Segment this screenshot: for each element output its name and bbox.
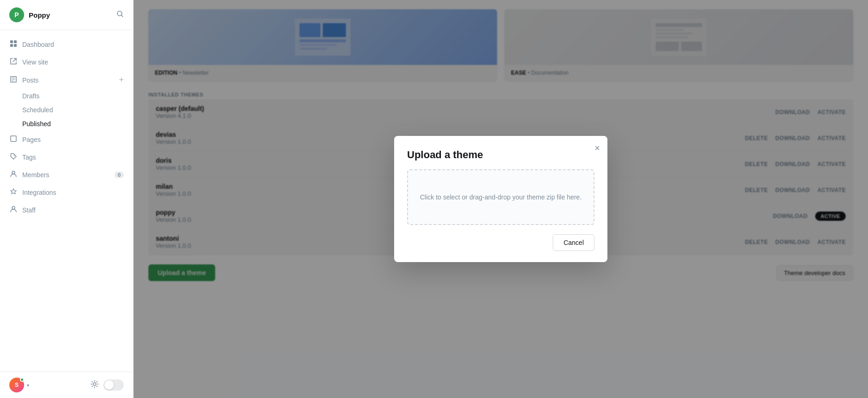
posts-label: Posts bbox=[22, 77, 114, 84]
upload-theme-modal: Upload a theme × Click to select or drag… bbox=[394, 136, 607, 262]
brand-avatar: P bbox=[9, 7, 24, 22]
night-mode-toggle[interactable] bbox=[103, 379, 124, 391]
sidebar-item-view-site[interactable]: View site bbox=[0, 53, 133, 71]
svg-line-1 bbox=[121, 15, 123, 17]
toggle-knob bbox=[104, 380, 114, 390]
svg-point-12 bbox=[12, 171, 15, 174]
sidebar-brand[interactable]: P Poppy bbox=[9, 7, 50, 22]
members-badge: 0 bbox=[115, 172, 124, 178]
modal-close-button[interactable]: × bbox=[594, 143, 600, 153]
dashboard-label: Dashboard bbox=[22, 41, 124, 48]
brand-name: Poppy bbox=[29, 11, 50, 19]
pages-icon bbox=[9, 135, 18, 144]
sidebar-item-posts[interactable]: Posts + bbox=[0, 71, 133, 89]
user-avatar-button[interactable]: S ▾ bbox=[9, 378, 29, 392]
integrations-label: Integrations bbox=[22, 189, 124, 196]
main-content: EDITION • Newsletter bbox=[134, 0, 868, 398]
sidebar-item-tags[interactable]: Tags bbox=[0, 148, 133, 166]
view-site-label: View site bbox=[22, 58, 124, 66]
notification-dot bbox=[20, 378, 24, 382]
svg-rect-2 bbox=[10, 40, 13, 43]
svg-point-11 bbox=[14, 155, 15, 156]
staff-label: Staff bbox=[22, 206, 124, 214]
modal-title: Upload a theme bbox=[407, 149, 594, 161]
posts-add-icon[interactable]: + bbox=[119, 75, 124, 85]
view-site-icon bbox=[9, 58, 18, 67]
file-drop-zone[interactable]: Click to select or drag-and-drop your th… bbox=[407, 169, 594, 225]
svg-point-14 bbox=[12, 206, 15, 209]
sidebar: P Poppy Dashboard View site bbox=[0, 0, 134, 398]
svg-rect-5 bbox=[14, 44, 17, 47]
svg-rect-4 bbox=[10, 44, 13, 47]
sidebar-bottom: S ▾ bbox=[0, 372, 133, 398]
sidebar-bottom-icons bbox=[90, 379, 124, 391]
cancel-button[interactable]: Cancel bbox=[553, 234, 594, 251]
search-button[interactable] bbox=[116, 10, 124, 19]
members-label: Members bbox=[22, 171, 110, 179]
settings-button[interactable] bbox=[90, 380, 99, 390]
sidebar-item-drafts[interactable]: Drafts bbox=[0, 89, 133, 103]
modal-actions: Cancel bbox=[407, 234, 594, 251]
user-avatar: S bbox=[9, 378, 24, 392]
modal-overlay: Upload a theme × Click to select or drag… bbox=[134, 0, 868, 398]
staff-icon bbox=[9, 205, 18, 215]
sidebar-item-published[interactable]: Published bbox=[0, 117, 133, 131]
tags-label: Tags bbox=[22, 154, 124, 161]
svg-rect-10 bbox=[11, 136, 16, 141]
sidebar-item-pages[interactable]: Pages bbox=[0, 131, 133, 148]
svg-marker-13 bbox=[11, 189, 16, 194]
pages-label: Pages bbox=[22, 136, 124, 143]
chevron-down-icon: ▾ bbox=[27, 383, 29, 388]
dashboard-icon bbox=[9, 40, 18, 49]
sidebar-top: P Poppy bbox=[0, 0, 133, 30]
sidebar-item-members[interactable]: Members 0 bbox=[0, 166, 133, 184]
svg-line-6 bbox=[13, 58, 16, 62]
svg-rect-3 bbox=[14, 40, 17, 43]
sidebar-item-staff[interactable]: Staff bbox=[0, 201, 133, 219]
sidebar-item-integrations[interactable]: Integrations bbox=[0, 184, 133, 201]
drop-zone-text: Click to select or drag-and-drop your th… bbox=[420, 193, 582, 201]
sidebar-item-dashboard[interactable]: Dashboard bbox=[0, 36, 133, 53]
members-icon bbox=[9, 170, 18, 180]
svg-point-15 bbox=[93, 383, 96, 385]
sidebar-item-scheduled[interactable]: Scheduled bbox=[0, 103, 133, 117]
integrations-icon bbox=[9, 188, 18, 197]
posts-icon bbox=[9, 76, 18, 85]
tags-icon bbox=[9, 153, 18, 162]
sidebar-nav: Dashboard View site Posts + Drafts Sched… bbox=[0, 30, 133, 372]
